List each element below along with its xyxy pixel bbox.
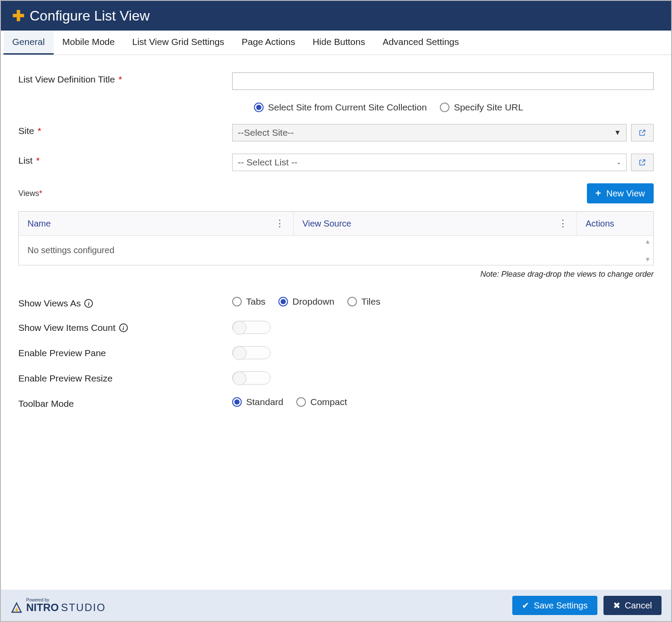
radio-circle-icon bbox=[440, 103, 449, 112]
grid-body: No settings configured ▲ ▼ bbox=[19, 236, 653, 265]
required-mark: * bbox=[118, 74, 122, 85]
definition-title-input[interactable] bbox=[232, 72, 654, 90]
scroll-down-icon[interactable]: ▼ bbox=[645, 256, 651, 262]
tab-mobile-mode[interactable]: Mobile Mode bbox=[54, 31, 123, 55]
radio-label: Specify Site URL bbox=[454, 102, 523, 113]
list-select-value: -- Select List -- bbox=[238, 157, 298, 168]
caret-down-icon: ▼ bbox=[614, 129, 621, 137]
radio-label: Compact bbox=[310, 397, 347, 407]
show-count-toggle[interactable] bbox=[232, 321, 271, 334]
new-view-label: New View bbox=[606, 189, 645, 199]
tab-hide-buttons[interactable]: Hide Buttons bbox=[304, 31, 374, 55]
radio-label: Dropdown bbox=[292, 296, 334, 307]
caret-down-icon: ⌄ bbox=[617, 159, 621, 165]
preview-pane-label: Enable Preview Pane bbox=[18, 348, 106, 358]
form-content: List View Definition Title * Select Site… bbox=[1, 55, 671, 590]
kebab-icon[interactable]: ⋮ bbox=[275, 218, 285, 229]
row-preview-resize: Enable Preview Resize bbox=[18, 371, 654, 385]
show-views-as-label: Show Views As bbox=[18, 298, 81, 309]
kebab-icon[interactable]: ⋮ bbox=[558, 218, 568, 229]
site-select[interactable]: --Select Site-- ▼ bbox=[232, 124, 627, 141]
radio-circle-icon bbox=[232, 397, 242, 407]
radio-circle-icon bbox=[347, 297, 357, 306]
list-label: List bbox=[18, 155, 33, 166]
radio-label: Standard bbox=[246, 397, 283, 407]
footer-buttons: ✔ Save Settings ✖ Cancel bbox=[512, 596, 662, 615]
required-mark: * bbox=[39, 189, 42, 198]
column-label: View Source bbox=[302, 219, 351, 229]
brand-studio: STUDIO bbox=[61, 601, 106, 613]
page-title: Configure List View bbox=[30, 8, 150, 24]
radio-circle-icon bbox=[296, 397, 306, 407]
list-open-button[interactable] bbox=[631, 154, 654, 171]
grid-header: Name ⋮ View Source ⋮ Actions bbox=[19, 212, 653, 236]
column-label: Name bbox=[27, 219, 51, 229]
radio-dropdown[interactable]: Dropdown bbox=[278, 296, 334, 307]
radio-standard[interactable]: Standard bbox=[232, 397, 283, 407]
info-icon[interactable]: i bbox=[119, 323, 128, 332]
brand-nitro: NITRO bbox=[26, 601, 59, 613]
views-label: Views bbox=[18, 189, 39, 198]
preview-resize-toggle[interactable] bbox=[232, 371, 271, 385]
column-name[interactable]: Name ⋮ bbox=[19, 212, 294, 235]
column-view-source[interactable]: View Source ⋮ bbox=[294, 212, 577, 235]
tab-grid-settings[interactable]: List View Grid Settings bbox=[123, 31, 233, 55]
new-view-button[interactable]: + New View bbox=[587, 183, 654, 203]
radio-label: Tabs bbox=[246, 296, 265, 307]
check-icon: ✔ bbox=[522, 600, 529, 611]
tab-general[interactable]: General bbox=[3, 31, 54, 55]
radio-specify-url[interactable]: Specify Site URL bbox=[440, 102, 523, 113]
row-toolbar-mode: Toolbar Mode Standard Compact bbox=[18, 397, 654, 409]
tab-page-actions[interactable]: Page Actions bbox=[233, 31, 304, 55]
list-select[interactable]: -- Select List -- ⌄ bbox=[232, 154, 627, 171]
radio-tiles[interactable]: Tiles bbox=[347, 296, 381, 307]
nitro-logo-icon bbox=[10, 601, 23, 614]
external-link-icon bbox=[638, 158, 646, 166]
row-show-views-as: Show Views As i Tabs Dropdown Tiles bbox=[18, 296, 654, 309]
footer-bar: Powered by NITRO STUDIO ✔ Save Settings … bbox=[1, 590, 671, 621]
show-count-label: Show View Items Count bbox=[18, 323, 116, 333]
save-label: Save Settings bbox=[534, 601, 587, 611]
info-icon[interactable]: i bbox=[84, 299, 93, 308]
cancel-button[interactable]: ✖ Cancel bbox=[603, 596, 662, 615]
site-select-value: --Select Site-- bbox=[238, 127, 294, 138]
scroll-up-icon[interactable]: ▲ bbox=[645, 238, 651, 244]
close-icon: ✖ bbox=[613, 600, 621, 611]
preview-pane-toggle[interactable] bbox=[232, 346, 271, 359]
radio-circle-icon bbox=[278, 297, 288, 306]
row-definition-title: List View Definition Title * bbox=[18, 72, 654, 90]
radio-label: Select Site from Current Site Collection bbox=[268, 102, 427, 113]
definition-title-label: List View Definition Title bbox=[18, 74, 115, 85]
column-label: Actions bbox=[586, 219, 614, 229]
row-preview-pane: Enable Preview Pane bbox=[18, 346, 654, 359]
row-show-count: Show View Items Count i bbox=[18, 321, 654, 334]
grid-empty-text: No settings configured bbox=[27, 245, 114, 255]
save-settings-button[interactable]: ✔ Save Settings bbox=[512, 596, 597, 615]
views-header: Views* + New View bbox=[18, 183, 654, 203]
plus-icon: ✚ bbox=[12, 7, 24, 24]
required-mark: * bbox=[36, 155, 40, 166]
required-mark: * bbox=[38, 126, 41, 136]
row-site: Site* --Select Site-- ▼ bbox=[18, 124, 654, 141]
cancel-label: Cancel bbox=[625, 601, 652, 611]
views-grid: Name ⋮ View Source ⋮ Actions No settings… bbox=[18, 211, 654, 265]
site-label: Site bbox=[18, 126, 34, 136]
preview-resize-label: Enable Preview Resize bbox=[18, 373, 113, 384]
row-list: List* -- Select List -- ⌄ bbox=[18, 154, 654, 171]
radio-circle-icon bbox=[232, 297, 242, 306]
site-open-button[interactable] bbox=[631, 124, 654, 141]
tab-advanced[interactable]: Advanced Settings bbox=[374, 31, 468, 55]
radio-tabs[interactable]: Tabs bbox=[232, 296, 265, 307]
radio-circle-icon bbox=[254, 103, 264, 112]
views-note: Note: Please drag-drop the views to chan… bbox=[18, 270, 654, 279]
toolbar-label: Toolbar Mode bbox=[18, 399, 74, 409]
external-link-icon bbox=[638, 129, 646, 137]
column-actions: Actions bbox=[577, 212, 653, 235]
site-selection-radios: Select Site from Current Site Collection… bbox=[254, 102, 654, 113]
radio-current-collection[interactable]: Select Site from Current Site Collection bbox=[254, 102, 427, 113]
plus-icon: + bbox=[596, 188, 601, 199]
radio-compact[interactable]: Compact bbox=[296, 397, 347, 407]
tab-bar: General Mobile Mode List View Grid Setti… bbox=[1, 31, 671, 55]
brand-logo: Powered by NITRO STUDIO bbox=[10, 598, 106, 614]
page-header: ✚ Configure List View bbox=[1, 1, 671, 31]
